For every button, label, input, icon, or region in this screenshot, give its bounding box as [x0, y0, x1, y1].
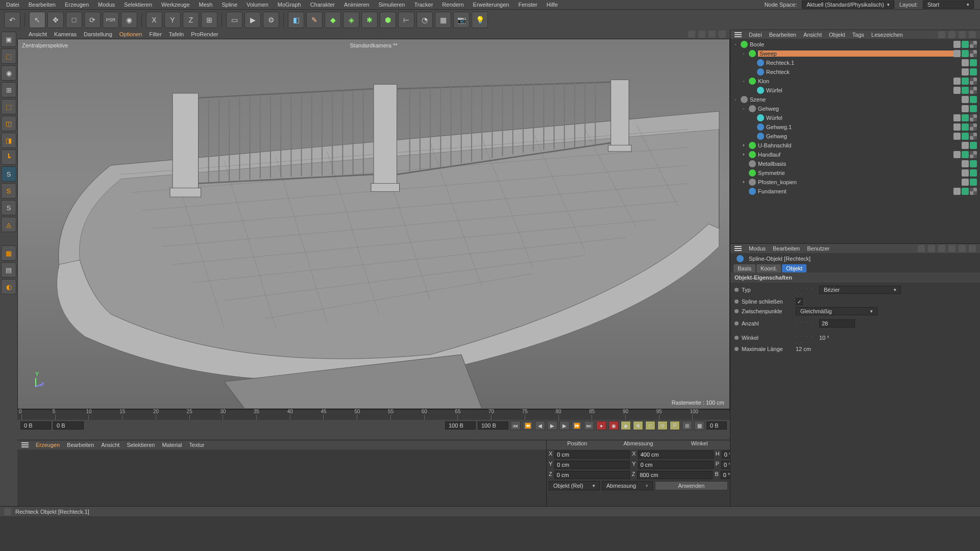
tree-row[interactable]: Symmetrie	[730, 168, 980, 178]
vp-menu-item[interactable]: Tafeln	[169, 31, 184, 37]
menu-item[interactable]: Animieren	[344, 2, 370, 8]
object-tag-x[interactable]	[953, 87, 961, 94]
dim-field[interactable]	[638, 450, 714, 459]
tree-row[interactable]: -Boole	[730, 40, 980, 49]
layer-icon[interactable]	[969, 31, 976, 38]
psr-tool-icon[interactable]: PSR	[103, 12, 119, 28]
object-tag-check[interactable]	[970, 142, 977, 149]
object-tag-x[interactable]	[962, 59, 969, 66]
workplane2-icon[interactable]: ◬	[1, 217, 16, 232]
menu-item[interactable]: Erzeugen	[65, 2, 89, 8]
object-tag-check[interactable]	[962, 50, 969, 57]
expand-toggle[interactable]: +	[741, 143, 747, 148]
generator-icon[interactable]: ◆	[325, 12, 341, 28]
object-tag-check[interactable]	[970, 96, 977, 103]
keyframe-sel-icon[interactable]: ◆	[621, 421, 631, 430]
object-tag-check[interactable]	[962, 78, 969, 85]
menu-item[interactable]: Volumen	[247, 2, 268, 8]
undo-icon[interactable]: ↶	[4, 12, 20, 28]
object-tag-x[interactable]	[962, 169, 969, 177]
zwischenpunkte-dropdown[interactable]: Gleichmäßig	[796, 307, 877, 315]
prev-frame-icon[interactable]: ◀	[535, 421, 545, 430]
tag-icon[interactable]: ◔	[416, 12, 433, 28]
tree-row[interactable]: +Pfosten_kopien	[730, 178, 980, 187]
spline-pen-icon[interactable]: ✎	[306, 12, 323, 28]
polygon-mode-icon[interactable]: ◨	[1, 133, 16, 148]
vp-menu-item[interactable]: Optionen	[119, 31, 142, 37]
rotate-tool-icon[interactable]: ⟳	[84, 12, 101, 28]
tree-row[interactable]: Gehweg.1	[730, 122, 980, 132]
object-label[interactable]: Rechteck.1	[766, 60, 962, 66]
object-tag-check[interactable]	[962, 114, 969, 121]
vp-menu-item[interactable]: Kameras	[54, 31, 77, 37]
tree-row[interactable]: -Szene	[730, 95, 980, 104]
mat-menu-item[interactable]: Material	[162, 442, 182, 448]
mat-menu-item[interactable]: Ansicht	[101, 442, 119, 448]
snap-s2-icon[interactable]: S	[1, 183, 16, 198]
goto-start-icon[interactable]: ⏮	[510, 421, 521, 430]
key-param-icon[interactable]: P	[670, 421, 680, 430]
attr-menu-item[interactable]: Bearbeiten	[773, 245, 800, 252]
object-tag-check[interactable]	[962, 41, 969, 48]
tree-row[interactable]: Fundament	[730, 187, 980, 196]
expand-toggle[interactable]: -	[741, 106, 747, 111]
expand-toggle[interactable]: -	[741, 51, 747, 56]
key-pos-icon[interactable]: ✥	[633, 421, 643, 430]
cube-primitive-icon[interactable]: ◧	[288, 12, 304, 28]
object-tag-x[interactable]	[962, 142, 969, 149]
snap-s-icon[interactable]: S	[1, 166, 16, 182]
select-tool-icon[interactable]: ↖	[29, 12, 45, 28]
timeline-start-field[interactable]: 0 B	[20, 421, 51, 430]
object-tag-check[interactable]	[970, 59, 977, 66]
make-editable-icon[interactable]: ▣	[1, 32, 16, 47]
menu-item[interactable]: Spline	[222, 2, 237, 8]
viewport-solo-icon[interactable]: ▦	[1, 245, 16, 261]
object-label[interactable]: Rechteck	[766, 69, 962, 75]
hamburger-icon[interactable]	[21, 442, 29, 447]
axis-y-icon[interactable]: Y	[164, 12, 181, 28]
timeline-end2-field[interactable]: 100 B	[478, 421, 508, 430]
menu-item[interactable]: Datei	[6, 2, 19, 8]
object-label[interactable]: Würfel	[766, 115, 953, 121]
object-label[interactable]: Pfosten_kopien	[758, 179, 962, 185]
hamburger-icon[interactable]	[734, 246, 742, 251]
viewport-3d[interactable]: Zentralperspektive Standardkamera ** Ras…	[17, 39, 730, 409]
expand-toggle[interactable]: +	[741, 152, 747, 157]
object-tag-mat[interactable]	[970, 50, 977, 57]
vp-nav-zoom-icon[interactable]	[698, 31, 705, 38]
floor-icon[interactable]: ▦	[435, 12, 451, 28]
back-icon[interactable]	[918, 245, 925, 252]
object-tag-mat[interactable]	[970, 87, 977, 94]
model-mode-icon[interactable]: ⬚	[1, 48, 16, 64]
move-tool-icon[interactable]: ✥	[47, 12, 64, 28]
environment-icon[interactable]: ✱	[361, 12, 378, 28]
record-key-icon[interactable]: ●	[596, 421, 606, 430]
object-label[interactable]: Klon	[758, 78, 953, 84]
tree-row[interactable]: -Sweep	[730, 49, 980, 58]
pos-field[interactable]	[554, 461, 630, 469]
mograph-icon[interactable]: ⬢	[380, 12, 396, 28]
menu-item[interactable]: Tracker	[414, 2, 433, 8]
timeline-right-field[interactable]: 0 B	[706, 421, 727, 430]
object-tree[interactable]: -Boole-SweepRechteck.1Rechteck-KlonWürfe…	[730, 39, 980, 243]
object-label[interactable]: U-Bahnschild	[758, 142, 962, 148]
expand-toggle[interactable]: +	[741, 180, 747, 185]
object-tag-x[interactable]	[962, 96, 969, 103]
tree-row[interactable]: Metallbasis	[730, 159, 980, 168]
vp-maximize-icon[interactable]	[719, 31, 726, 38]
object-tag-x[interactable]	[953, 50, 961, 57]
prev-key-icon[interactable]: ⏪	[523, 421, 533, 430]
object-tag-check[interactable]	[970, 179, 977, 186]
object-tag-check[interactable]	[970, 68, 977, 76]
menu-item[interactable]: Fenster	[518, 2, 537, 8]
scale-tool-icon[interactable]: □	[66, 12, 82, 28]
timeline-current-field[interactable]: 0 B	[53, 421, 84, 430]
menu-item[interactable]: Simulieren	[379, 2, 405, 8]
object-tag-x[interactable]	[953, 151, 961, 158]
autokey-icon[interactable]: ◉	[608, 421, 619, 430]
om-menu-item[interactable]: Tags	[852, 32, 864, 38]
object-tag-x[interactable]	[962, 179, 969, 186]
tree-row[interactable]: Würfel	[730, 113, 980, 122]
key-rot-icon[interactable]: ⟳	[657, 421, 668, 430]
timeline-ruler[interactable]: 0510152025303540455055606570758085909510…	[17, 410, 730, 420]
